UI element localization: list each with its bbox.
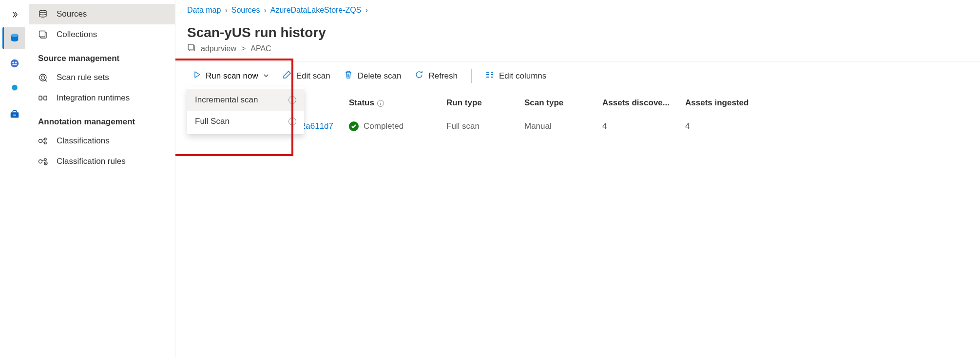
cell-status: Completed	[343, 116, 441, 137]
svg-rect-6	[13, 115, 16, 116]
rail-data-map-icon[interactable]	[2, 27, 25, 49]
chevron-right-icon: ›	[225, 6, 227, 15]
sidebar-item-classification-rules[interactable]: Classification rules	[29, 151, 175, 172]
info-icon[interactable]: i	[288, 96, 296, 104]
collection-path-icon	[187, 43, 196, 54]
chevron-right-icon: ›	[365, 6, 367, 15]
dropdown-incremental-scan[interactable]: Incremental scan i	[187, 89, 304, 111]
run-scan-label: Run scan now	[206, 71, 258, 81]
col-assets-ingested[interactable]: Assets ingested	[679, 90, 968, 116]
sidebar-item-scan-rule-sets[interactable]: Scan rule sets	[29, 67, 175, 88]
cell-scan-type: Manual	[519, 116, 596, 137]
breadcrumb-source-name[interactable]: AzureDataLakeStore-ZQS	[270, 6, 362, 15]
col-scan-type[interactable]: Scan type	[519, 90, 596, 116]
cell-run-type: Full scan	[441, 116, 519, 137]
subtitle-account: adpurview	[201, 44, 236, 53]
main-content: Data map › Sources › AzureDataLakeStore-…	[175, 0, 980, 358]
col-run-type[interactable]: Run type	[441, 90, 519, 116]
sidebar-item-label: Classifications	[57, 136, 110, 146]
columns-icon	[485, 70, 494, 81]
dropdown-full-scan[interactable]: Full Scan i	[187, 111, 304, 132]
info-icon[interactable]: i	[377, 100, 384, 107]
table-header-row: Run ID Statusi Run type Scan type Assets…	[187, 90, 968, 116]
delete-icon	[344, 70, 353, 81]
chevron-right-icon: ›	[264, 6, 266, 15]
classifications-icon	[38, 137, 51, 145]
run-scan-now-button[interactable]: Run scan now	[187, 67, 275, 85]
edit-icon	[283, 70, 291, 81]
col-assets-discovered[interactable]: Assets discove...	[596, 90, 679, 116]
edit-scan-button[interactable]: Edit scan	[277, 66, 336, 85]
run-scan-dropdown: Incremental scan i Full Scan i	[187, 87, 304, 134]
sidebar-item-sources[interactable]: Sources	[29, 4, 175, 24]
toolbar-label: Refresh	[428, 71, 458, 81]
subtitle-separator: >	[241, 44, 246, 53]
col-status[interactable]: Statusi	[343, 90, 441, 116]
run-scan-now-wrapper: Run scan now Incremental scan i Full Sca…	[187, 67, 275, 85]
sidebar: Sources Collections Source management Sc…	[29, 0, 175, 358]
rail-management-icon[interactable]	[4, 103, 25, 125]
integration-runtime-icon	[38, 93, 51, 103]
sidebar-item-classifications[interactable]: Classifications	[29, 131, 175, 151]
sidebar-item-collections[interactable]: Collections	[29, 24, 175, 45]
rail-data-catalog-icon[interactable]	[4, 53, 25, 74]
sidebar-item-label: Sources	[57, 9, 87, 19]
database-icon	[38, 9, 51, 19]
success-icon	[349, 121, 359, 131]
svg-rect-13	[44, 96, 47, 100]
svg-point-18	[44, 159, 46, 160]
subtitle-collection: APAC	[250, 44, 271, 53]
svg-point-15	[44, 138, 46, 140]
toolbar-separator	[471, 69, 472, 83]
svg-point-4	[15, 61, 17, 63]
svg-rect-12	[39, 96, 42, 100]
toolbar-label: Delete scan	[358, 71, 402, 81]
sidebar-item-label: Classification rules	[57, 157, 126, 166]
icon-rail	[0, 0, 29, 358]
svg-point-14	[39, 139, 42, 143]
svg-point-11	[41, 76, 45, 80]
dropdown-item-label: Full Scan	[195, 117, 230, 126]
svg-rect-9	[39, 31, 45, 37]
breadcrumb: Data map › Sources › AzureDataLakeStore-…	[175, 0, 980, 21]
breadcrumb-sources[interactable]: Sources	[231, 6, 260, 15]
sidebar-item-integration-runtimes[interactable]: Integration runtimes	[29, 88, 175, 108]
sidebar-heading-source-mgmt: Source management	[29, 45, 175, 67]
classification-rules-icon	[38, 157, 51, 166]
toolbar-label: Edit columns	[499, 71, 546, 81]
svg-point-2	[10, 60, 19, 68]
status-text: Completed	[364, 121, 404, 131]
table-row[interactable]: 2a611d7 Completed Full scan Manual 4 4	[187, 116, 968, 137]
sidebar-item-label: Collections	[57, 30, 97, 40]
svg-point-19	[44, 162, 47, 165]
sidebar-item-label: Scan rule sets	[57, 73, 109, 82]
sidebar-heading-annotation-mgmt: Annotation management	[29, 108, 175, 131]
run-history-table: Run ID Statusi Run type Scan type Assets…	[187, 90, 968, 137]
expand-nav-icon[interactable]	[6, 6, 23, 23]
page-header: Scan-yUS run history adpurview > APAC	[175, 21, 980, 61]
refresh-button[interactable]: Refresh	[409, 66, 463, 85]
toolbar: Run scan now Incremental scan i Full Sca…	[175, 61, 980, 90]
edit-columns-button[interactable]: Edit columns	[480, 66, 552, 85]
scan-rule-icon	[38, 73, 51, 82]
cell-assets-ingested: 4	[679, 116, 968, 137]
svg-point-7	[39, 10, 46, 13]
breadcrumb-data-map[interactable]: Data map	[187, 6, 221, 15]
svg-point-16	[44, 142, 46, 144]
rail-insights-icon[interactable]	[4, 78, 25, 99]
delete-scan-button[interactable]: Delete scan	[338, 66, 407, 85]
cell-assets-discovered: 4	[596, 116, 679, 137]
dropdown-item-label: Incremental scan	[195, 95, 258, 105]
collections-icon	[38, 30, 51, 40]
svg-point-17	[39, 160, 42, 163]
svg-point-1	[11, 34, 18, 37]
svg-point-3	[12, 61, 14, 63]
chevron-down-icon	[263, 71, 269, 81]
toolbar-label: Edit scan	[296, 71, 330, 81]
page-subtitle: adpurview > APAC	[187, 43, 968, 54]
page-title: Scan-yUS run history	[187, 25, 968, 40]
play-icon	[193, 71, 201, 81]
svg-rect-21	[188, 44, 193, 50]
info-icon[interactable]: i	[288, 118, 296, 125]
sidebar-item-label: Integration runtimes	[57, 93, 130, 103]
